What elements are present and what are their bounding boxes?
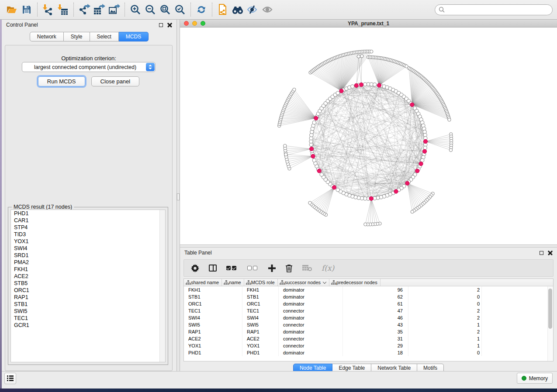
optimization-criterion-select[interactable]: largest connected component (undirected) (22, 62, 156, 72)
table-panel-title: Table Panel (184, 250, 212, 256)
table-row[interactable]: ACE2 ACE2 connector 31 1 (184, 335, 553, 342)
control-panel-tabs: NetworkStyleSelectMCDS (2, 32, 176, 41)
mcds-result-list[interactable]: PHD1CAR1STP4TID3YOX1SWI4SRD1PMA2FKH1ACE2… (10, 210, 166, 362)
mcds-result-item[interactable]: STB5 (11, 280, 165, 287)
export-table-icon[interactable] (92, 2, 107, 17)
mcds-result-item[interactable]: SWI4 (11, 245, 165, 252)
table-row[interactable]: PHD1 PHD1 dominator 18 0 (184, 349, 553, 356)
zoom-in-icon[interactable] (128, 2, 143, 17)
import-network-icon[interactable] (41, 2, 55, 17)
delete-table-icon[interactable] (302, 265, 312, 272)
export-network-icon[interactable] (77, 2, 92, 17)
mcds-result-item[interactable]: ACE2 (11, 273, 165, 280)
mcds-result-item[interactable]: SWI5 (11, 308, 165, 315)
column-header[interactable]: name (222, 279, 244, 286)
mcds-result-item[interactable]: PMA2 (11, 259, 165, 266)
refresh-icon[interactable] (194, 2, 209, 17)
export-image-icon[interactable] (107, 2, 121, 17)
control-panel-tab[interactable]: MCDS (119, 32, 149, 41)
table-row[interactable]: RAP1 RAP1 dominator 35 2 (184, 328, 553, 335)
desktop-bottom-edge (0, 389, 557, 392)
network-graph[interactable] (180, 28, 557, 244)
network-search-field[interactable] (435, 4, 553, 15)
zoom-fit-icon[interactable] (158, 2, 173, 17)
close-table-panel-icon[interactable] (548, 251, 553, 255)
mcds-result-item[interactable]: ORC1 (11, 287, 165, 294)
float-panel-icon[interactable] (159, 23, 163, 27)
mcds-result-item[interactable]: GCR1 (11, 322, 165, 329)
table-settings-gear-icon[interactable] (191, 264, 199, 272)
mcds-result-item[interactable]: PHD1 (11, 210, 165, 217)
node-table-body: FKH1 FKH1 dominator 96 2 STB1 STB1 domin… (184, 286, 553, 356)
zoom-out-icon[interactable] (143, 2, 158, 17)
sort-caret-icon (323, 280, 326, 283)
column-type-icon (331, 280, 336, 285)
mcds-result-item[interactable]: TID3 (11, 231, 165, 238)
control-panel-tab[interactable]: Select (90, 32, 119, 41)
table-row[interactable]: FKH1 FKH1 dominator 96 2 (184, 286, 553, 293)
run-mcds-button[interactable]: Run MCDS (38, 76, 85, 86)
table-toolbar: f(x) (183, 259, 554, 277)
search-icon (439, 7, 445, 13)
add-column-icon[interactable] (268, 265, 276, 272)
network-view[interactable] (180, 28, 557, 244)
show-all-icon[interactable] (260, 2, 275, 17)
search-network-icon[interactable] (230, 2, 245, 17)
close-panel-button[interactable]: Close panel (91, 76, 140, 86)
control-panel-title: Control Panel (6, 22, 38, 28)
column-header[interactable]: successor nodes (278, 279, 330, 286)
toolbar-separator (73, 3, 74, 17)
zoom-selected-icon[interactable] (173, 2, 187, 17)
control-panel-tab[interactable]: Network (30, 32, 64, 41)
toolbar-separator (190, 3, 191, 17)
mcds-result-item[interactable]: TEC1 (11, 315, 165, 322)
network-window-title: YPA_prune.txt_1 (180, 21, 557, 27)
memory-status-icon (522, 376, 526, 381)
mcds-result-item[interactable]: YOX1 (11, 238, 165, 245)
mcds-result-item[interactable]: STP4 (11, 224, 165, 231)
save-icon[interactable] (19, 2, 34, 17)
table-scrollbar-thumb[interactable] (548, 289, 552, 329)
select-all-columns-icon[interactable] (226, 266, 238, 270)
table-row[interactable]: STB1 STB1 dominator 62 0 (184, 293, 553, 300)
delete-column-trash-icon[interactable] (285, 264, 293, 272)
unselect-all-columns-icon[interactable] (247, 266, 259, 270)
task-history-button[interactable] (4, 373, 16, 384)
optimization-criterion-label: Optimization criterion: (5, 55, 172, 62)
table-row[interactable]: SWI4 SWI4 dominator 46 2 (184, 314, 553, 321)
horizontal-splitter[interactable] (180, 244, 557, 248)
table-row[interactable]: TEC1 TEC1 connector 47 2 (184, 307, 553, 314)
column-header[interactable]: shared name (184, 279, 222, 286)
mcds-result-item[interactable]: SRD1 (11, 252, 165, 259)
main-toolbar (0, 0, 557, 20)
splitter-grip[interactable] (177, 193, 180, 200)
control-panel: Control Panel NetworkStyleSelectMCDS Opt… (2, 20, 176, 375)
close-panel-icon[interactable] (167, 23, 172, 28)
table-row[interactable]: YOX1 YOX1 connector 29 1 (184, 342, 553, 349)
control-panel-tab[interactable]: Style (64, 32, 90, 41)
column-type-icon (280, 280, 285, 285)
float-table-panel-icon[interactable] (540, 251, 543, 255)
hide-selected-icon[interactable] (245, 2, 260, 17)
column-header[interactable]: predecessor nodes (329, 279, 381, 286)
table-row[interactable]: ORC1 ORC1 dominator 61 0 (184, 300, 553, 307)
open-file-icon[interactable] (4, 2, 19, 17)
list-scrollbar[interactable] (159, 210, 165, 362)
mcds-result-item[interactable]: CAR1 (11, 217, 165, 224)
memory-button[interactable]: Memory (517, 373, 553, 384)
column-type-icon (224, 280, 229, 285)
table-row[interactable]: SWI5 SWI5 connector 43 1 (184, 321, 553, 328)
mcds-result-item[interactable]: RAP1 (11, 294, 165, 301)
mcds-result-item[interactable]: FKH1 (11, 266, 165, 273)
network-from-selection-icon[interactable] (215, 2, 230, 17)
toolbar-separator (125, 3, 125, 17)
mcds-result-group: MCDS result (17 nodes) PHD1CAR1STP4TID3Y… (8, 207, 168, 365)
mcds-result-item[interactable]: STB1 (11, 301, 165, 308)
search-input[interactable] (445, 7, 549, 13)
toolbar-separator (212, 3, 212, 17)
table-panel: Table Panel (180, 248, 557, 375)
column-header[interactable]: MCDS role (244, 279, 278, 286)
toggle-panel-columns-icon[interactable] (209, 265, 217, 272)
vertical-splitter[interactable] (176, 20, 180, 375)
import-table-icon[interactable] (55, 2, 70, 17)
